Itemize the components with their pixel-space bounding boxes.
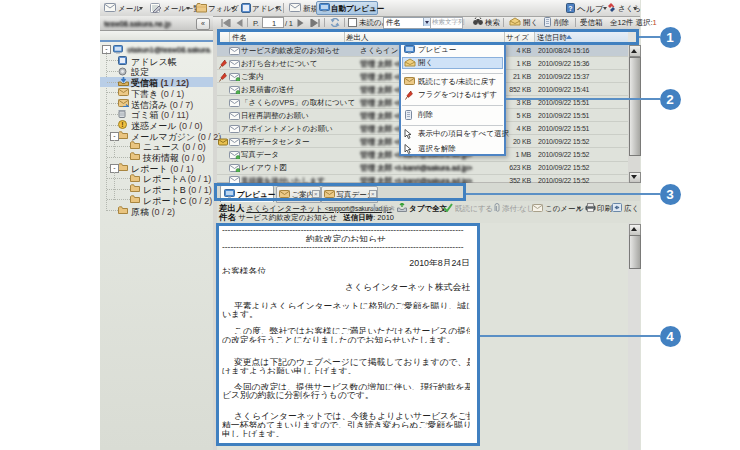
svg-text:!: ! [121, 121, 123, 128]
svg-text:?: ? [568, 5, 572, 12]
